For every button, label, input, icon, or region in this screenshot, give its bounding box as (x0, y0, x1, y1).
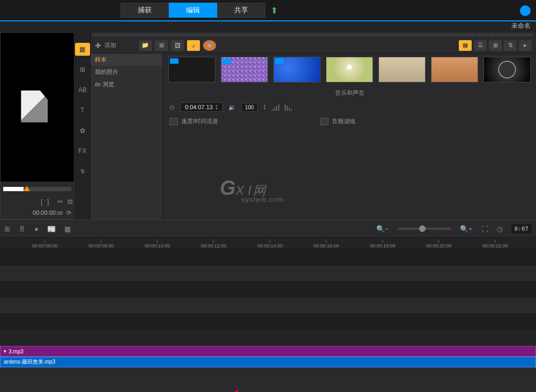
tool-film-icon[interactable]: ⊞ (75, 63, 90, 76)
workspace: [ ] ✂ ⧉ 00:00:00:00 ⟳ ▦ ⊞ AB T ✿ FX ↯ ✚ … (0, 32, 536, 220)
fade-in-icon[interactable] (272, 103, 279, 111)
clip-label: ardens-藤田恵美.mp3 (4, 358, 55, 366)
film-filter-icon[interactable]: ⊞ (155, 40, 168, 51)
vol-spinner-icon[interactable]: ▲▼ (263, 104, 266, 110)
clip-thumb[interactable] (326, 57, 373, 82)
zoom-in-icon[interactable]: 🔍+ (460, 225, 473, 233)
ruler-mark: 00:00:22:00 (482, 240, 508, 248)
mark-in-icon[interactable]: [ (41, 198, 43, 206)
timeline-time: 0:07 (511, 224, 532, 233)
sort-icon[interactable]: ⇅ (504, 40, 517, 51)
audio-clip-2[interactable]: ardens-藤田恵美.mp3 (0, 357, 536, 367)
tab-capture[interactable]: 捕获 (121, 3, 169, 18)
folder-sample[interactable]: 样本 (91, 54, 162, 66)
tl-mixer-icon[interactable]: 🎚 (19, 225, 26, 233)
upload-icon[interactable]: ⬆ (271, 5, 278, 16)
side-toolbar: ▦ ⊞ AB T ✿ FX ↯ (75, 32, 91, 220)
view-list-icon[interactable]: ☰ (474, 40, 487, 51)
cut-icon[interactable]: ✂ (57, 198, 63, 206)
audio-clip-1[interactable]: ▾ 3.mp3 (0, 346, 536, 357)
tl-record-icon[interactable]: ● (34, 225, 39, 233)
scrubber-progress (3, 187, 24, 191)
ruler-mark: 00:00:20:00 (426, 240, 452, 248)
ruler-mark: 00:00:16:00 (314, 240, 339, 248)
zoom-out-icon[interactable]: 🔍− (376, 225, 389, 233)
ruler-mark: 00:00:10:00 (145, 240, 170, 248)
ruler-mark: 00:00:08:00 (88, 240, 114, 248)
timeline-tracks (0, 250, 536, 346)
video-track[interactable] (0, 250, 536, 266)
view-thumb-large-icon[interactable]: ⊞ (489, 40, 502, 51)
document-title: 未命名 (0, 21, 536, 32)
tl-subtitle-icon[interactable]: 📰 (47, 225, 56, 233)
globe-icon[interactable] (520, 5, 531, 16)
tool-transition-icon[interactable]: AB (75, 84, 90, 96)
panel-grip[interactable] (93, 33, 534, 36)
preview-panel: [ ] ✂ ⧉ 00:00:00:00 ⟳ (0, 32, 75, 220)
clip-thumb[interactable] (483, 57, 531, 82)
clip-thumb[interactable] (168, 57, 215, 82)
clip-thumb[interactable] (431, 57, 478, 82)
zoom-thumb[interactable] (419, 225, 426, 232)
clip-thumb[interactable] (221, 57, 268, 82)
timeline-ruler[interactable]: 00:00:06:00 00:00:08:00 00:00:10:00 00:0… (0, 238, 536, 250)
ruler-mark: 00:00:06:00 (32, 240, 58, 248)
dup-icon[interactable]: ⧉ (68, 198, 72, 206)
tool-media-icon[interactable]: ▦ (75, 43, 90, 56)
zoom-slider[interactable] (398, 228, 451, 230)
preview-timecode: 00:00:00:00 ⟳ (3, 209, 71, 216)
view-thumb-small-icon[interactable]: ▦ (459, 40, 472, 51)
title-track[interactable] (0, 282, 536, 298)
view-mode-group: ▦ ☰ ⊞ ⇅ ▸ (459, 40, 532, 51)
tl-storyboard-icon[interactable]: ⊞ (4, 225, 10, 233)
audio-filter-icon[interactable]: ♪ (187, 40, 200, 51)
filter-option[interactable]: 音频滤镜 (320, 117, 355, 125)
browse-row[interactable]: 🗁 浏览 (91, 78, 162, 91)
tl-chapter-icon[interactable]: ▦ (64, 225, 71, 233)
hd-badge (222, 58, 231, 64)
scrubber[interactable] (3, 187, 71, 191)
music-track-empty[interactable] (0, 314, 536, 330)
filter-icon (320, 118, 329, 125)
clock2-icon[interactable]: ◷ (497, 225, 503, 233)
clock-small-icon: ◷ (169, 104, 175, 111)
overlay-track[interactable] (0, 266, 536, 282)
scrubber-handle-icon[interactable] (24, 186, 30, 191)
marker-controls: [ ] ✂ ⧉ (3, 198, 71, 206)
speed-option[interactable]: 速度/时间流逝 (169, 117, 218, 125)
add-plus-icon[interactable]: ✚ (95, 41, 101, 50)
voice-track[interactable] (0, 298, 536, 314)
ruler-mark: 00:00:18:00 (370, 240, 396, 248)
thumbnail-row (163, 54, 536, 86)
volume-field[interactable]: 100 (241, 103, 258, 112)
top-tab-bar: 捕获 编辑 共享 ⬆ (0, 0, 536, 21)
folder-my-photos[interactable]: 我的照片 (91, 66, 162, 78)
clip-thumb[interactable] (273, 57, 321, 82)
playback-controls: [ ] ✂ ⧉ 00:00:00:00 ⟳ (1, 182, 74, 219)
mark-out-icon[interactable]: ] (47, 198, 49, 206)
tool-path-icon[interactable]: ↯ (75, 165, 90, 178)
add-label[interactable]: 添加 (105, 41, 116, 49)
fade-out-icon[interactable] (285, 103, 292, 111)
library-panel: ✚ 添加 📁 ⊞ 🖼 ♪ ◉ ▦ ☰ ⊞ ⇅ ▸ 样本 我的照片 🗁 浏览 (91, 32, 536, 220)
clip-thumb[interactable] (378, 57, 426, 82)
tool-graphic-icon[interactable]: ✿ (75, 124, 90, 137)
clock-icon[interactable]: ◉ (203, 40, 216, 51)
tool-title-icon[interactable]: T (75, 104, 90, 117)
hd-badge (170, 58, 178, 64)
ruler-mark: 00:00:12:00 (201, 240, 227, 248)
tab-edit[interactable]: 编辑 (169, 3, 217, 18)
folder-icon[interactable]: 📁 (139, 40, 152, 51)
collapse-icon[interactable]: ▸ (519, 40, 532, 51)
timeline-toolbar: ⊞ 🎚 ● 📰 ▦ 🔍− 🔍+ ⛶ ◷ 0:07 (0, 220, 536, 238)
tab-share[interactable]: 共享 (217, 3, 265, 18)
duration-field[interactable]: 0:04:07.13 ▲▼ (180, 102, 223, 112)
preview-viewport[interactable] (1, 33, 74, 180)
option-row: 速度/时间流逝 音频滤镜 (163, 114, 536, 129)
speaker-icon[interactable]: 🔉 (228, 104, 236, 111)
expand-icon[interactable]: ▾ (4, 349, 6, 354)
fit-icon[interactable]: ⛶ (481, 225, 488, 233)
spinner-icon[interactable]: ▲▼ (215, 104, 218, 110)
image-filter-icon[interactable]: 🖼 (171, 40, 184, 51)
tool-fx-icon[interactable]: FX (75, 145, 90, 157)
